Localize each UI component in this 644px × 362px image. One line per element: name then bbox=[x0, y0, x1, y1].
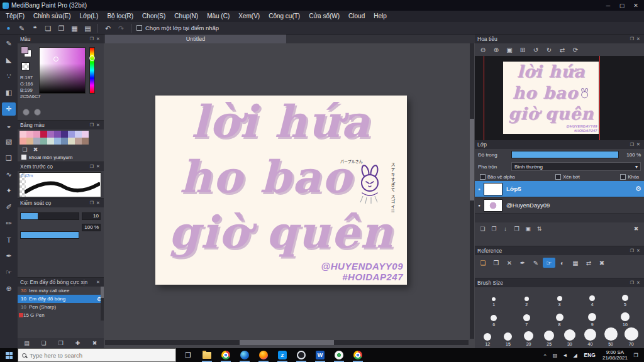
ref-eyedropper-icon[interactable]: ✒ bbox=[516, 258, 529, 268]
magic-wand-tool-icon[interactable]: ✦ bbox=[2, 184, 16, 197]
merge-down-icon[interactable]: ↓ bbox=[500, 224, 511, 233]
search-input[interactable] bbox=[30, 352, 172, 359]
transparent-color-swatch[interactable] bbox=[21, 62, 30, 70]
smudge-tool-icon[interactable]: ∵ bbox=[2, 70, 16, 83]
layer-settings-icon[interactable]: ⚙ bbox=[633, 185, 644, 193]
brush-size-option[interactable]: 20 bbox=[518, 327, 539, 347]
menu-edit[interactable]: Chỉnh sửa(E) bbox=[29, 11, 75, 22]
palette-swatch[interactable] bbox=[54, 138, 61, 145]
panel-float-icon[interactable]: ❐ bbox=[629, 280, 635, 285]
palette-swatch[interactable] bbox=[47, 131, 54, 138]
palette-swatch[interactable] bbox=[40, 138, 47, 145]
close-image-icon[interactable]: ✕ bbox=[503, 258, 516, 268]
start-button[interactable] bbox=[0, 348, 18, 362]
rotate-right-icon[interactable]: ↻ bbox=[543, 45, 555, 55]
panel-close-icon[interactable]: ✕ bbox=[95, 280, 101, 285]
hue-marker[interactable] bbox=[89, 55, 95, 61]
edge-button[interactable] bbox=[235, 348, 254, 362]
palette-swatch[interactable] bbox=[82, 131, 89, 138]
firefox-button[interactable] bbox=[254, 348, 273, 362]
layer-visibility-icon[interactable]: ● bbox=[475, 204, 484, 207]
menu-color[interactable]: Màu (C) bbox=[203, 11, 234, 22]
menu-window[interactable]: Cửa sổ(W) bbox=[304, 11, 344, 22]
file-explorer-button[interactable] bbox=[197, 348, 216, 362]
hidden-icons-chevron[interactable]: ^ bbox=[540, 353, 550, 358]
brush-size-option[interactable]: 8 bbox=[543, 307, 575, 327]
brush-size-option[interactable]: 10 bbox=[609, 307, 641, 327]
panel-float-icon[interactable]: ❐ bbox=[629, 248, 635, 253]
ref-invert-icon[interactable]: ◐ bbox=[556, 258, 569, 268]
ref-flip-icon[interactable]: ⇄ bbox=[582, 258, 595, 268]
brush-opacity-value[interactable]: 100 % bbox=[82, 224, 101, 231]
select-tool-icon[interactable]: ❑ bbox=[2, 151, 16, 165]
menu-file[interactable]: Tệp(F) bbox=[1, 11, 29, 22]
brush-size-option[interactable]: 70 bbox=[621, 327, 641, 347]
palette-swatch[interactable] bbox=[68, 131, 75, 138]
menu-filter[interactable]: Bộ lọc(R) bbox=[103, 11, 138, 22]
layer-row[interactable]: ● @HuyenDayy09 bbox=[475, 197, 644, 214]
palette-swatch[interactable] bbox=[47, 138, 54, 145]
brush-size-option[interactable]: 3 bbox=[543, 287, 575, 307]
panel-float-icon[interactable]: ❐ bbox=[629, 36, 635, 41]
delete-brush-icon[interactable]: ✖ bbox=[89, 339, 100, 348]
delete-color-icon[interactable]: ✖ bbox=[30, 145, 41, 154]
hand-tool-icon[interactable]: ☞ bbox=[2, 266, 16, 279]
pixel-view-icon[interactable]: ⊞ bbox=[516, 45, 529, 55]
panel-close-icon[interactable]: ✕ bbox=[95, 164, 101, 169]
brush-size-option[interactable]: 6 bbox=[477, 307, 510, 327]
panel-close-icon[interactable]: ✕ bbox=[95, 123, 101, 128]
panel-float-icon[interactable]: ❐ bbox=[89, 36, 95, 41]
color-wheel-mode-button[interactable] bbox=[23, 109, 30, 116]
gradient-tool-icon[interactable]: ▧ bbox=[2, 135, 16, 148]
display-icon[interactable]: ▤ bbox=[550, 353, 560, 358]
vertical-scroll-thumb[interactable] bbox=[470, 119, 474, 200]
fill-tool-icon[interactable]: ◧ bbox=[2, 86, 16, 99]
brush-size-option[interactable]: 50 bbox=[601, 327, 621, 347]
color-bar-mode-button[interactable] bbox=[34, 109, 41, 116]
panel-close-icon[interactable]: ✕ bbox=[95, 36, 101, 41]
panel-float-icon[interactable]: ❐ bbox=[89, 164, 95, 169]
brush-size-option[interactable]: 1 bbox=[477, 287, 510, 307]
hue-slider[interactable] bbox=[89, 47, 95, 94]
ref-hand-icon[interactable]: ☞ bbox=[543, 258, 555, 268]
panel-float-icon[interactable]: ❐ bbox=[89, 123, 95, 128]
text-tool-icon[interactable]: T bbox=[2, 233, 16, 246]
panel-close-icon[interactable]: ✕ bbox=[635, 248, 641, 253]
flip-view-icon[interactable]: ⇄ bbox=[556, 45, 569, 55]
delete-layer-icon[interactable]: ✖ bbox=[631, 224, 641, 233]
lasso-tool-icon[interactable]: ∿ bbox=[2, 168, 16, 181]
panel-close-icon[interactable]: ✕ bbox=[95, 200, 101, 206]
comment-icon[interactable]: ❝ bbox=[28, 23, 42, 33]
palette-swatch[interactable] bbox=[33, 138, 40, 145]
maximize-button[interactable]: ▢ bbox=[616, 3, 628, 9]
brush-size-option[interactable]: 5 bbox=[609, 287, 641, 307]
panel-close-icon[interactable]: ✕ bbox=[635, 142, 641, 147]
add-layer-icon[interactable]: ❏ bbox=[477, 224, 488, 233]
document-tab[interactable]: Untitled bbox=[105, 35, 286, 43]
page-icon[interactable]: ❏ bbox=[42, 23, 55, 33]
redo-icon[interactable]: ↷ bbox=[114, 23, 128, 33]
zoom-out-icon[interactable]: ⊖ bbox=[477, 45, 489, 55]
coccoc-button[interactable] bbox=[330, 348, 348, 362]
list-icon[interactable]: ▤ bbox=[81, 23, 94, 33]
brush-size-option[interactable]: 7 bbox=[510, 307, 543, 327]
brush-size-option[interactable]: 30 bbox=[560, 327, 580, 347]
zoom-in-icon[interactable]: ⊕ bbox=[490, 45, 502, 55]
brush-size-option[interactable]: 4 bbox=[576, 287, 609, 307]
action-center-icon[interactable]: ❐ bbox=[631, 353, 641, 358]
brush-size-option[interactable]: 2 bbox=[510, 287, 543, 307]
lock-checkbox[interactable] bbox=[620, 174, 626, 180]
palette-item-label[interactable]: khoai môn yumyum bbox=[29, 155, 72, 160]
chrome-profile-button[interactable] bbox=[348, 348, 367, 362]
brush-size-value[interactable]: 10 bbox=[82, 212, 101, 220]
brush-row[interactable]: 30 Iem máy cali okee bbox=[18, 287, 104, 295]
palette-swatch[interactable] bbox=[75, 138, 82, 145]
minimize-button[interactable]: ─ bbox=[602, 3, 614, 9]
undo-icon[interactable]: ↶ bbox=[101, 23, 114, 33]
task-view-button[interactable]: ❐ bbox=[179, 348, 197, 362]
palette-swatch[interactable] bbox=[40, 131, 47, 138]
zoom-tool-icon[interactable]: ⊕ bbox=[2, 282, 16, 295]
panel-float-icon[interactable]: ❐ bbox=[629, 142, 635, 147]
open-image-icon[interactable]: ❏ bbox=[477, 258, 489, 268]
select-eraser-tool-icon[interactable]: ✏ bbox=[2, 217, 16, 230]
